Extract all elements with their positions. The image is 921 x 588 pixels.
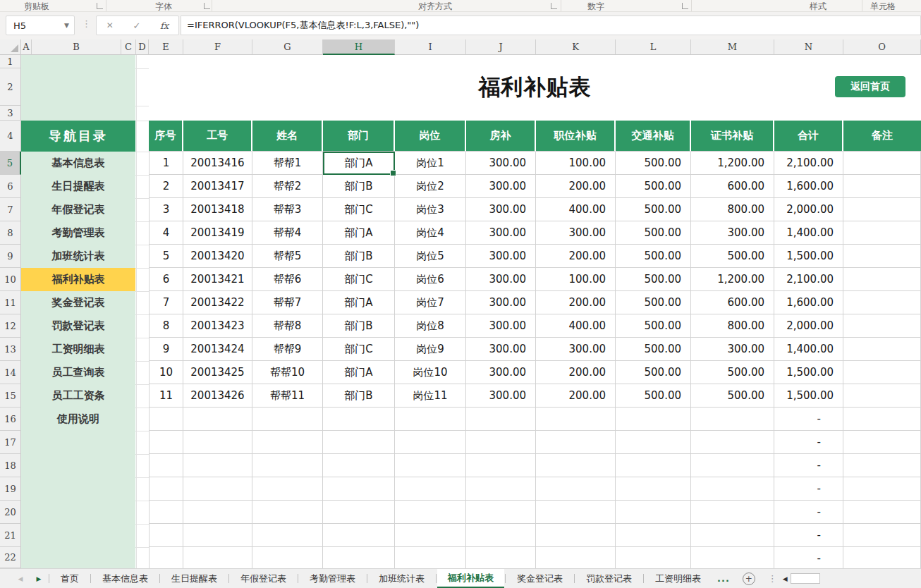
table-cell[interactable]: [616, 477, 691, 501]
table-cell[interactable]: [183, 477, 252, 501]
table-cell[interactable]: 500.00: [616, 245, 691, 268]
table-cell[interactable]: [466, 454, 536, 477]
row-header-20[interactable]: 20: [0, 501, 21, 524]
table-cell[interactable]: 部门A: [323, 221, 395, 245]
table-cell[interactable]: 300.00: [466, 175, 536, 198]
table-cell[interactable]: 600.00: [691, 291, 774, 314]
table-cell[interactable]: [395, 501, 466, 524]
table-cell[interactable]: [536, 547, 616, 568]
sheet-tab-5[interactable]: 考勤管理表: [299, 569, 366, 588]
table-cell[interactable]: [183, 431, 252, 454]
hscroll-thumb[interactable]: [791, 573, 820, 584]
table-cell[interactable]: 100.00: [536, 268, 616, 291]
sheet-tab-4[interactable]: 年假登记表: [230, 569, 297, 588]
empty-total-cell[interactable]: -: [774, 431, 843, 454]
table-cell[interactable]: [395, 547, 466, 568]
table-header-cell[interactable]: 合计: [774, 121, 843, 152]
table-cell[interactable]: [466, 547, 536, 568]
table-cell[interactable]: 500.00: [616, 268, 691, 291]
table-cell[interactable]: 800.00: [691, 314, 774, 338]
table-cell[interactable]: 20013420: [183, 245, 252, 268]
sidebar-item-2[interactable]: 生日提醒表: [21, 175, 135, 198]
sheet-tab-7[interactable]: 福利补贴表: [437, 569, 504, 588]
table-cell[interactable]: [843, 175, 921, 198]
table-header-cell[interactable]: 证书补贴: [691, 121, 774, 152]
table-cell[interactable]: [616, 431, 691, 454]
table-cell[interactable]: [149, 524, 183, 547]
table-cell[interactable]: [323, 431, 395, 454]
table-cell[interactable]: [536, 524, 616, 547]
table-cell[interactable]: 500.00: [616, 314, 691, 338]
table-cell[interactable]: 10: [149, 361, 183, 384]
table-cell[interactable]: [252, 477, 323, 501]
column-header-O[interactable]: O: [843, 39, 921, 55]
table-cell[interactable]: 1,500.00: [774, 384, 843, 408]
table-cell[interactable]: 2: [149, 175, 183, 198]
table-cell[interactable]: [691, 431, 774, 454]
table-cell[interactable]: 1,500.00: [774, 245, 843, 268]
sheet-tab-3[interactable]: 生日提醒表: [161, 569, 228, 588]
table-cell[interactable]: [843, 291, 921, 314]
sheet-tab-8[interactable]: 奖金登记表: [506, 569, 573, 588]
table-cell[interactable]: 部门B: [323, 314, 395, 338]
table-cell[interactable]: [149, 431, 183, 454]
table-cell[interactable]: 4: [149, 221, 183, 245]
table-cell[interactable]: 500.00: [616, 152, 691, 175]
row-header-13[interactable]: 13: [0, 338, 21, 361]
table-cell[interactable]: 600.00: [691, 175, 774, 198]
table-cell[interactable]: [843, 477, 921, 501]
row-header-11[interactable]: 11: [0, 291, 21, 314]
table-cell[interactable]: 200.00: [536, 361, 616, 384]
table-cell[interactable]: 20013416: [183, 152, 252, 175]
table-cell[interactable]: 部门C: [323, 338, 395, 361]
table-cell[interactable]: 帮帮2: [252, 175, 323, 198]
table-cell[interactable]: [149, 477, 183, 501]
column-header-K[interactable]: K: [536, 39, 616, 55]
column-header-J[interactable]: J: [466, 39, 536, 55]
sheet-tab-1[interactable]: 首页: [50, 569, 90, 588]
table-cell[interactable]: [149, 547, 183, 568]
table-cell[interactable]: 300.00: [466, 245, 536, 268]
table-header-cell[interactable]: 姓名: [252, 121, 323, 152]
table-cell[interactable]: 500.00: [616, 291, 691, 314]
home-button[interactable]: 返回首页: [835, 76, 905, 97]
table-cell[interactable]: 500.00: [616, 221, 691, 245]
table-cell[interactable]: [843, 338, 921, 361]
table-cell[interactable]: [183, 454, 252, 477]
table-cell[interactable]: 岗位11: [395, 384, 466, 408]
table-cell[interactable]: 岗位10: [395, 361, 466, 384]
table-cell[interactable]: [183, 501, 252, 524]
table-cell[interactable]: 岗位9: [395, 338, 466, 361]
table-cell[interactable]: 300.00: [466, 314, 536, 338]
table-cell[interactable]: [691, 547, 774, 568]
table-cell[interactable]: 1,500.00: [774, 361, 843, 384]
table-cell[interactable]: 部门B: [323, 175, 395, 198]
table-cell[interactable]: [252, 431, 323, 454]
table-cell[interactable]: 400.00: [536, 314, 616, 338]
table-cell[interactable]: 岗位3: [395, 198, 466, 221]
table-cell[interactable]: [466, 431, 536, 454]
table-cell[interactable]: [691, 454, 774, 477]
table-cell[interactable]: [466, 408, 536, 431]
table-header-cell[interactable]: 序号: [149, 121, 183, 152]
table-cell[interactable]: 岗位6: [395, 268, 466, 291]
more-sheets-button[interactable]: ...: [712, 569, 736, 588]
table-cell[interactable]: 部门A: [323, 361, 395, 384]
sidebar-item-4[interactable]: 考勤管理表: [21, 221, 135, 245]
empty-total-cell[interactable]: -: [774, 477, 843, 501]
table-cell[interactable]: [843, 431, 921, 454]
dialog-launcher-icon[interactable]: [682, 3, 688, 9]
table-cell[interactable]: [536, 408, 616, 431]
table-cell[interactable]: 1,400.00: [774, 221, 843, 245]
row-header-12[interactable]: 12: [0, 314, 21, 338]
table-cell[interactable]: 帮帮7: [252, 291, 323, 314]
dialog-launcher-icon[interactable]: [97, 3, 103, 9]
empty-total-cell[interactable]: -: [774, 501, 843, 524]
sidebar-item-11[interactable]: 员工工资条: [21, 384, 135, 408]
table-cell[interactable]: 500.00: [691, 245, 774, 268]
table-cell[interactable]: [149, 454, 183, 477]
table-cell[interactable]: [183, 524, 252, 547]
column-header-D[interactable]: D: [136, 39, 149, 55]
table-cell[interactable]: [536, 454, 616, 477]
row-header-4[interactable]: 4: [0, 121, 21, 152]
